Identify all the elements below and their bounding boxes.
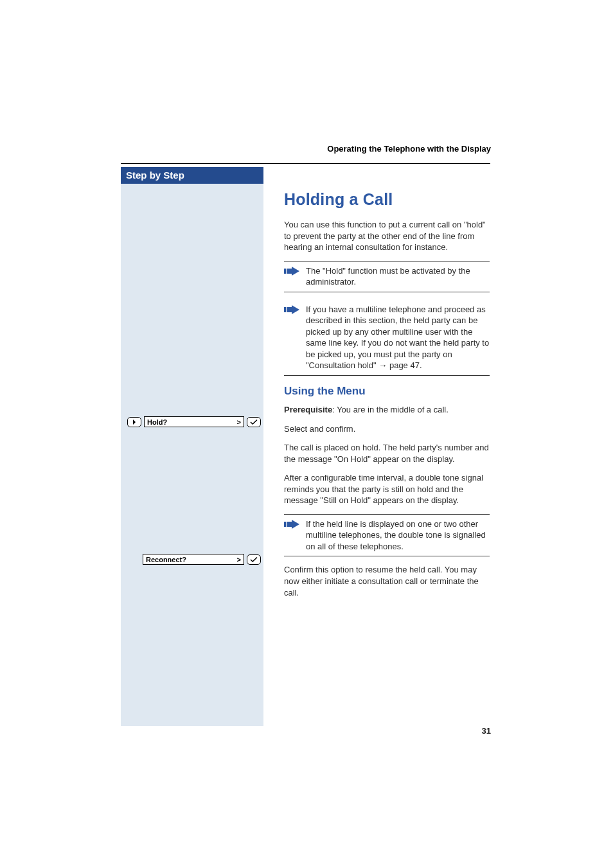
note-divider <box>284 556 490 556</box>
header-divider <box>121 163 490 164</box>
note-divider <box>284 375 490 376</box>
sidebar-title: Step by Step <box>121 167 263 184</box>
display-hold: Hold? > <box>144 416 244 427</box>
note-arrow-icon <box>284 518 301 530</box>
running-head: Operating the Telephone with the Display <box>125 144 491 154</box>
check-icon <box>247 554 261 565</box>
nav-right-icon <box>127 417 141 427</box>
svg-rect-5 <box>287 522 292 527</box>
prerequisite-text: : You are in the middle of a call. <box>332 405 449 414</box>
display-reconnect: Reconnect? > <box>143 554 244 565</box>
prerequisite-label: Prerequisite <box>284 405 332 414</box>
note-multiline: If you have a multiline telephone and pr… <box>284 300 490 376</box>
chevron-right-icon: > <box>237 418 241 427</box>
note-divider <box>284 292 490 292</box>
note-double-tone-text: If the held line is displayed on one or … <box>306 518 490 553</box>
svg-rect-3 <box>287 307 292 312</box>
note-arrow-icon <box>284 265 301 277</box>
svg-rect-2 <box>284 307 286 312</box>
step2-action: Confirm this option to resume the held c… <box>284 564 490 598</box>
heading-holding-a-call: Holding a Call <box>284 190 490 209</box>
step1-result: The call is placed on hold. The held par… <box>284 442 490 465</box>
step-row-hold: Hold? > <box>127 416 261 427</box>
note-arrow-icon <box>284 304 301 315</box>
note-multiline-text: If you have a multiline telephone and pr… <box>306 304 490 371</box>
svg-rect-0 <box>284 269 286 274</box>
intro-paragraph: You can use this function to put a curre… <box>284 219 490 253</box>
page-number: 31 <box>482 726 491 736</box>
note-double-tone: If the held line is displayed on one or … <box>284 514 490 557</box>
sidebar: Step by Step <box>121 167 263 726</box>
display-hold-text: Hold? <box>147 418 167 427</box>
crossref-page-47[interactable]: → page 47. <box>378 360 422 370</box>
main-content: Holding a Call You can use this function… <box>284 186 490 606</box>
chevron-right-icon: > <box>237 555 241 564</box>
page: Operating the Telephone with the Display… <box>0 0 613 868</box>
step1-action: Select and confirm. <box>284 423 490 435</box>
display-reconnect-text: Reconnect? <box>146 555 186 564</box>
svg-rect-4 <box>284 522 286 527</box>
heading-using-the-menu: Using the Menu <box>284 385 490 398</box>
step1-after: After a configurable time interval, a do… <box>284 472 490 506</box>
prerequisite-line: Prerequisite: You are in the middle of a… <box>284 404 490 416</box>
note-admin-text: The "Hold" function must be activated by… <box>306 265 490 288</box>
step-row-reconnect: Reconnect? > <box>127 554 261 565</box>
svg-rect-1 <box>287 269 292 274</box>
check-icon <box>247 417 261 427</box>
note-admin-activate: The "Hold" function must be activated by… <box>284 261 490 292</box>
